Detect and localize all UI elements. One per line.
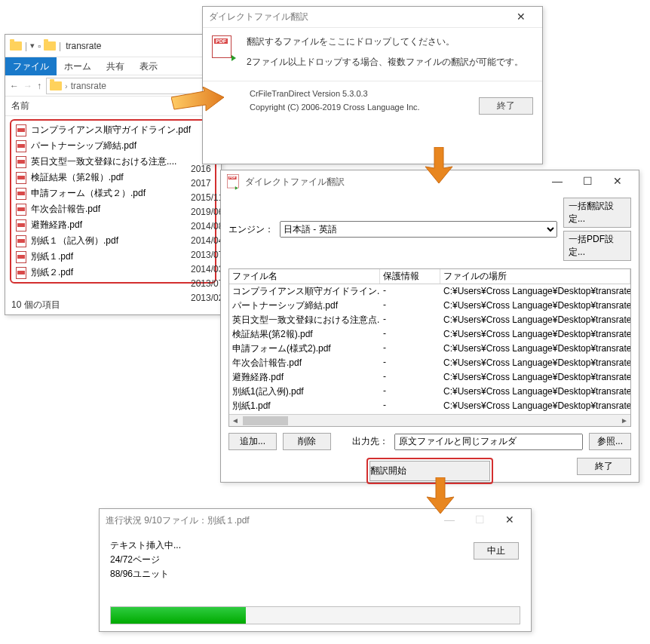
progress-titlebar[interactable]: 進行状況 9/10ファイル：別紙１.pdf ― ☐ ✕	[100, 509, 531, 532]
column-header[interactable]: 名前 ⌃	[5, 97, 221, 116]
table-row[interactable]: 英日文型一致文登録における注意点....-C:¥Users¥Cross Lang…	[229, 313, 630, 327]
progress-window: 進行状況 9/10ファイル：別紙１.pdf ― ☐ ✕ テキスト挿入中... 2…	[99, 508, 532, 632]
table-row[interactable]: 別紙1.pdf-C:¥Users¥Cross Language¥Desktop¥…	[229, 399, 630, 413]
folder-icon: |▾▫|	[10, 41, 61, 51]
file-name: 申請フォーム（様式２）.pdf	[31, 187, 146, 200]
batch-translate-settings-button[interactable]: 一括翻訳設定...	[563, 198, 631, 228]
tab-file[interactable]: ファイル	[5, 57, 57, 75]
tab-share[interactable]: 共有	[99, 57, 132, 75]
col-protect[interactable]: 保護情報	[380, 269, 440, 284]
file-name: 年次会計報告.pdf	[31, 203, 100, 216]
cell-protect: -	[380, 342, 440, 356]
output-label: 出力先：	[352, 435, 388, 448]
file-item[interactable]: コンプライアンス順守ガイドライン.pdf	[13, 122, 213, 138]
address-box[interactable]: › transrate	[46, 78, 216, 94]
browse-button[interactable]: 参照...	[589, 433, 631, 450]
cell-name: 別紙1.pdf	[229, 399, 380, 413]
cell-protect: -	[380, 356, 440, 370]
drop-titlebar[interactable]: ダイレクトファイル翻訳 ✕	[203, 7, 542, 28]
file-item[interactable]: 避難経路.pdf	[13, 217, 213, 233]
scroll-thumb[interactable]	[243, 416, 288, 425]
file-name: 検証結果（第2報）.pdf	[31, 171, 124, 184]
ribbon: ファイル ホーム 共有 表示	[5, 57, 221, 75]
cell-location: C:¥Users¥Cross Language¥Desktop¥transrat…	[440, 327, 630, 342]
start-translate-button[interactable]: 翻訳開始	[369, 461, 490, 481]
minimize-icon[interactable]: ―	[434, 510, 465, 531]
pdf-icon	[16, 124, 26, 136]
scroll-right-icon[interactable]: ►	[618, 416, 630, 425]
tab-home[interactable]: ホーム	[57, 57, 99, 75]
pdf-icon	[16, 219, 26, 232]
table-row[interactable]: 年次会計報告.pdf-C:¥Users¥Cross Language¥Deskt…	[229, 356, 630, 370]
cell-name: パートナーシップ締結.pdf	[229, 299, 380, 313]
batch-pdf-settings-button[interactable]: 一括PDF設定...	[563, 231, 631, 261]
chevron-right-icon: ›	[65, 81, 68, 90]
cell-name: 年次会計報告.pdf	[229, 356, 380, 370]
file-item[interactable]: 検証結果（第2報）.pdf	[13, 170, 213, 186]
file-item[interactable]: 年次会計報告.pdf	[13, 201, 213, 217]
maximize-icon[interactable]: ☐	[465, 510, 495, 531]
table-row[interactable]: 申請フォーム(様式2).pdf-C:¥Users¥Cross Language¥…	[229, 342, 630, 356]
maximize-icon[interactable]: ☐	[572, 171, 602, 192]
progress-line2: 24/72ページ	[110, 554, 520, 566]
table-row[interactable]: 避難経路.pdf-C:¥Users¥Cross Language¥Desktop…	[229, 370, 630, 385]
file-item[interactable]: 別紙１.pdf	[13, 249, 213, 265]
minimize-icon[interactable]: ―	[542, 171, 572, 192]
cell-name: 申請フォーム(様式2).pdf	[229, 342, 380, 356]
file-table: ファイル名 保護情報 ファイルの場所 コンプライアンス順守ガイドライン.pdf-…	[228, 268, 631, 427]
hscrollbar[interactable]: ◄ ►	[229, 414, 630, 426]
drop-body[interactable]: 翻訳するファイルをここにドロップしてください。 2ファイル以上ドロップする場合、…	[203, 28, 542, 81]
nav-back-icon[interactable]: ←	[10, 81, 19, 91]
file-name: 別紙１（記入例）.pdf	[31, 235, 118, 247]
drop-window: ダイレクトファイル翻訳 ✕ 翻訳するファイルをここにドロップしてください。 2フ…	[202, 6, 543, 164]
file-item[interactable]: 申請フォーム（様式２）.pdf	[13, 186, 213, 201]
file-item[interactable]: 別紙１（記入例）.pdf	[13, 233, 213, 249]
progress-fill	[111, 607, 246, 624]
file-name: パートナーシップ締結.pdf	[31, 140, 136, 152]
file-name: 別紙１.pdf	[31, 250, 73, 263]
translator-window: ダイレクトファイル翻訳 ― ☐ ✕ エンジン： 日本語 - 英語 一括翻訳設定.…	[220, 170, 639, 483]
file-name: 避難経路.pdf	[31, 219, 82, 232]
explorer-titlebar[interactable]: |▾▫| transrate	[5, 35, 221, 57]
cell-location: C:¥Users¥Cross Language¥Desktop¥transrat…	[440, 284, 630, 299]
col-filename[interactable]: ファイル名	[229, 269, 380, 284]
pdf-icon	[16, 235, 26, 247]
close-icon[interactable]: ✕	[495, 510, 525, 531]
translator-titlebar[interactable]: ダイレクトファイル翻訳 ― ☐ ✕	[221, 170, 639, 193]
folder-icon	[50, 81, 62, 90]
drop-title: ダイレクトファイル翻訳	[209, 11, 506, 23]
pdf-app-icon	[227, 174, 238, 189]
drop-line1: 翻訳するファイルをここにドロップしてください。	[247, 35, 523, 48]
cell-protect: -	[380, 284, 440, 299]
breadcrumb[interactable]: transrate	[71, 81, 106, 91]
table-row[interactable]: 検証結果(第2報).pdf-C:¥Users¥Cross Language¥De…	[229, 327, 630, 342]
pdf-icon	[16, 140, 26, 152]
output-path-input[interactable]	[394, 434, 583, 450]
table-row[interactable]: 別紙1(記入例).pdf-C:¥Users¥Cross Language¥Des…	[229, 385, 630, 399]
nav-fwd-icon[interactable]: →	[23, 81, 32, 91]
delete-button[interactable]: 削除	[283, 433, 331, 450]
file-name: 英日文型一致文登録における注意....	[31, 155, 176, 168]
cell-name: 避難経路.pdf	[229, 370, 380, 385]
close-icon[interactable]: ✕	[602, 171, 633, 192]
exit-button[interactable]: 終了	[479, 97, 533, 115]
close-icon[interactable]: ✕	[506, 7, 536, 28]
nav-up-icon[interactable]: ↑	[37, 81, 41, 91]
add-button[interactable]: 追加...	[228, 433, 277, 450]
cell-location: C:¥Users¥Cross Language¥Desktop¥transrat…	[440, 399, 630, 413]
pdf-icon	[16, 156, 26, 168]
tab-view[interactable]: 表示	[132, 57, 165, 75]
pdf-icon	[16, 188, 26, 200]
exit-button[interactable]: 終了	[577, 458, 631, 475]
engine-select[interactable]: 日本語 - 英語	[280, 221, 557, 238]
cell-location: C:¥Users¥Cross Language¥Desktop¥transrat…	[440, 385, 630, 399]
file-item[interactable]: 別紙２.pdf	[13, 265, 213, 281]
table-row[interactable]: コンプライアンス順守ガイドライン.pdf-C:¥Users¥Cross Lang…	[229, 284, 630, 299]
col-location[interactable]: ファイルの場所	[440, 269, 630, 284]
scroll-left-icon[interactable]: ◄	[229, 416, 241, 425]
file-item[interactable]: 英日文型一致文登録における注意....	[13, 154, 213, 170]
file-item[interactable]: パートナーシップ締結.pdf	[13, 138, 213, 154]
col-name[interactable]: 名前	[11, 100, 200, 112]
stop-button[interactable]: 中止	[474, 542, 519, 560]
table-row[interactable]: パートナーシップ締結.pdf-C:¥Users¥Cross Language¥D…	[229, 299, 630, 313]
